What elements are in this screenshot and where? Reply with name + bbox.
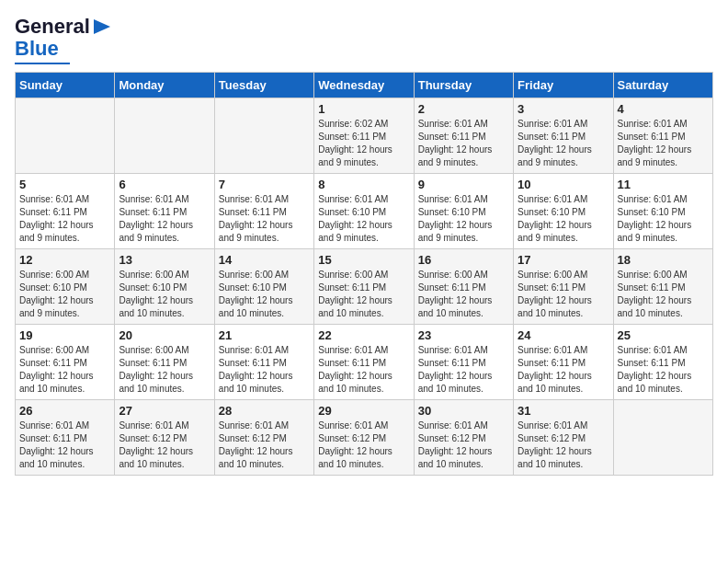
day-sun-info: Sunrise: 6:01 AM Sunset: 6:11 PM Dayligh… (618, 118, 709, 169)
calendar-cell: 27Sunrise: 6:01 AM Sunset: 6:12 PM Dayli… (115, 400, 214, 476)
calendar-table: SundayMondayTuesdayWednesdayThursdayFrid… (15, 72, 713, 476)
day-sun-info: Sunrise: 6:01 AM Sunset: 6:10 PM Dayligh… (518, 193, 609, 245)
calendar-cell: 11Sunrise: 6:01 AM Sunset: 6:10 PM Dayli… (613, 174, 712, 249)
logo-blue: Blue (15, 37, 59, 61)
calendar-cell: 9Sunrise: 6:01 AM Sunset: 6:10 PM Daylig… (414, 174, 513, 249)
day-number: 20 (119, 328, 210, 342)
calendar-cell: 22Sunrise: 6:01 AM Sunset: 6:11 PM Dayli… (314, 325, 414, 400)
day-sun-info: Sunrise: 6:01 AM Sunset: 6:12 PM Dayligh… (219, 419, 310, 471)
day-sun-info: Sunrise: 6:01 AM Sunset: 6:11 PM Dayligh… (318, 344, 409, 396)
day-number: 18 (618, 253, 709, 267)
logo-general: General (15, 15, 90, 39)
calendar-cell: 15Sunrise: 6:00 AM Sunset: 6:11 PM Dayli… (314, 249, 414, 325)
day-sun-info: Sunrise: 6:00 AM Sunset: 6:11 PM Dayligh… (418, 269, 509, 320)
day-number: 29 (318, 404, 409, 418)
calendar-cell (115, 98, 214, 174)
calendar-week-row: 1Sunrise: 6:02 AM Sunset: 6:11 PM Daylig… (16, 98, 713, 174)
day-number: 24 (518, 328, 609, 342)
day-number: 6 (119, 178, 210, 191)
day-sun-info: Sunrise: 6:01 AM Sunset: 6:10 PM Dayligh… (318, 193, 409, 245)
day-sun-info: Sunrise: 6:01 AM Sunset: 6:10 PM Dayligh… (618, 193, 709, 245)
calendar-week-row: 26Sunrise: 6:01 AM Sunset: 6:11 PM Dayli… (16, 400, 713, 476)
day-number: 4 (618, 102, 709, 116)
day-number: 1 (318, 102, 409, 116)
calendar-cell: 30Sunrise: 6:01 AM Sunset: 6:12 PM Dayli… (414, 400, 513, 476)
day-number: 9 (418, 178, 509, 191)
day-number: 14 (219, 253, 310, 267)
day-sun-info: Sunrise: 6:02 AM Sunset: 6:11 PM Dayligh… (318, 118, 409, 169)
day-sun-info: Sunrise: 6:01 AM Sunset: 6:11 PM Dayligh… (19, 419, 110, 471)
calendar-cell: 20Sunrise: 6:00 AM Sunset: 6:11 PM Dayli… (115, 325, 214, 400)
day-sun-info: Sunrise: 6:01 AM Sunset: 6:11 PM Dayligh… (219, 193, 310, 245)
day-sun-info: Sunrise: 6:01 AM Sunset: 6:11 PM Dayligh… (418, 344, 509, 396)
day-sun-info: Sunrise: 6:00 AM Sunset: 6:10 PM Dayligh… (119, 269, 210, 320)
day-sun-info: Sunrise: 6:01 AM Sunset: 6:11 PM Dayligh… (518, 344, 609, 396)
day-sun-info: Sunrise: 6:01 AM Sunset: 6:12 PM Dayligh… (418, 419, 509, 471)
calendar-week-row: 12Sunrise: 6:00 AM Sunset: 6:10 PM Dayli… (16, 249, 713, 325)
calendar-cell (214, 98, 313, 174)
day-number: 8 (318, 178, 409, 191)
logo: General Blue (15, 15, 112, 64)
day-number: 2 (418, 102, 509, 116)
day-sun-info: Sunrise: 6:00 AM Sunset: 6:10 PM Dayligh… (19, 269, 110, 320)
calendar-cell (16, 98, 115, 174)
weekday-header-thursday: Thursday (414, 73, 513, 98)
weekday-header-tuesday: Tuesday (214, 73, 313, 98)
day-sun-info: Sunrise: 6:00 AM Sunset: 6:11 PM Dayligh… (618, 269, 709, 320)
day-sun-info: Sunrise: 6:01 AM Sunset: 6:12 PM Dayligh… (119, 419, 210, 471)
day-sun-info: Sunrise: 6:01 AM Sunset: 6:11 PM Dayligh… (618, 344, 709, 396)
calendar-cell: 28Sunrise: 6:01 AM Sunset: 6:12 PM Dayli… (214, 400, 313, 476)
logo-arrow-icon (92, 17, 112, 36)
day-sun-info: Sunrise: 6:01 AM Sunset: 6:11 PM Dayligh… (119, 193, 210, 245)
day-sun-info: Sunrise: 6:00 AM Sunset: 6:11 PM Dayligh… (119, 344, 210, 396)
logo-underline (15, 63, 70, 64)
calendar-cell: 31Sunrise: 6:01 AM Sunset: 6:12 PM Dayli… (514, 400, 613, 476)
day-number: 27 (119, 404, 210, 418)
day-number: 11 (618, 178, 709, 191)
calendar-cell: 25Sunrise: 6:01 AM Sunset: 6:11 PM Dayli… (613, 325, 712, 400)
day-number: 30 (418, 404, 509, 418)
weekday-header-wednesday: Wednesday (314, 73, 414, 98)
day-number: 13 (119, 253, 210, 267)
calendar-cell: 17Sunrise: 6:00 AM Sunset: 6:11 PM Dayli… (514, 249, 613, 325)
day-sun-info: Sunrise: 6:01 AM Sunset: 6:11 PM Dayligh… (19, 193, 110, 245)
calendar-cell: 14Sunrise: 6:00 AM Sunset: 6:10 PM Dayli… (214, 249, 313, 325)
calendar-cell: 13Sunrise: 6:00 AM Sunset: 6:10 PM Dayli… (115, 249, 214, 325)
day-sun-info: Sunrise: 6:00 AM Sunset: 6:10 PM Dayligh… (219, 269, 310, 320)
day-sun-info: Sunrise: 6:01 AM Sunset: 6:12 PM Dayligh… (318, 419, 409, 471)
calendar-cell: 26Sunrise: 6:01 AM Sunset: 6:11 PM Dayli… (16, 400, 115, 476)
day-sun-info: Sunrise: 6:01 AM Sunset: 6:11 PM Dayligh… (219, 344, 310, 396)
calendar-cell: 24Sunrise: 6:01 AM Sunset: 6:11 PM Dayli… (514, 325, 613, 400)
day-number: 31 (518, 404, 609, 418)
calendar-cell: 21Sunrise: 6:01 AM Sunset: 6:11 PM Dayli… (214, 325, 313, 400)
calendar-cell: 6Sunrise: 6:01 AM Sunset: 6:11 PM Daylig… (115, 174, 214, 249)
day-number: 23 (418, 328, 509, 342)
day-number: 16 (418, 253, 509, 267)
day-sun-info: Sunrise: 6:00 AM Sunset: 6:11 PM Dayligh… (19, 344, 110, 396)
calendar-cell: 23Sunrise: 6:01 AM Sunset: 6:11 PM Dayli… (414, 325, 513, 400)
day-number: 12 (19, 253, 110, 267)
calendar-cell: 29Sunrise: 6:01 AM Sunset: 6:12 PM Dayli… (314, 400, 414, 476)
day-sun-info: Sunrise: 6:00 AM Sunset: 6:11 PM Dayligh… (318, 269, 409, 320)
day-sun-info: Sunrise: 6:01 AM Sunset: 6:10 PM Dayligh… (418, 193, 509, 245)
calendar-cell: 5Sunrise: 6:01 AM Sunset: 6:11 PM Daylig… (16, 174, 115, 249)
calendar-cell: 16Sunrise: 6:00 AM Sunset: 6:11 PM Dayli… (414, 249, 513, 325)
day-number: 10 (518, 178, 609, 191)
day-number: 26 (19, 404, 110, 418)
calendar-week-row: 19Sunrise: 6:00 AM Sunset: 6:11 PM Dayli… (16, 325, 713, 400)
weekday-header-saturday: Saturday (613, 73, 712, 98)
day-number: 3 (518, 102, 609, 116)
day-sun-info: Sunrise: 6:01 AM Sunset: 6:12 PM Dayligh… (518, 419, 609, 471)
calendar-cell: 10Sunrise: 6:01 AM Sunset: 6:10 PM Dayli… (514, 174, 613, 249)
day-sun-info: Sunrise: 6:00 AM Sunset: 6:11 PM Dayligh… (518, 269, 609, 320)
calendar-cell: 2Sunrise: 6:01 AM Sunset: 6:11 PM Daylig… (414, 98, 513, 174)
weekday-header-sunday: Sunday (16, 73, 115, 98)
day-number: 17 (518, 253, 609, 267)
weekday-header-row: SundayMondayTuesdayWednesdayThursdayFrid… (16, 73, 713, 98)
svg-marker-0 (94, 19, 110, 34)
calendar-cell (613, 400, 712, 476)
weekday-header-monday: Monday (115, 73, 214, 98)
day-number: 21 (219, 328, 310, 342)
day-sun-info: Sunrise: 6:01 AM Sunset: 6:11 PM Dayligh… (518, 118, 609, 169)
day-sun-info: Sunrise: 6:01 AM Sunset: 6:11 PM Dayligh… (418, 118, 509, 169)
